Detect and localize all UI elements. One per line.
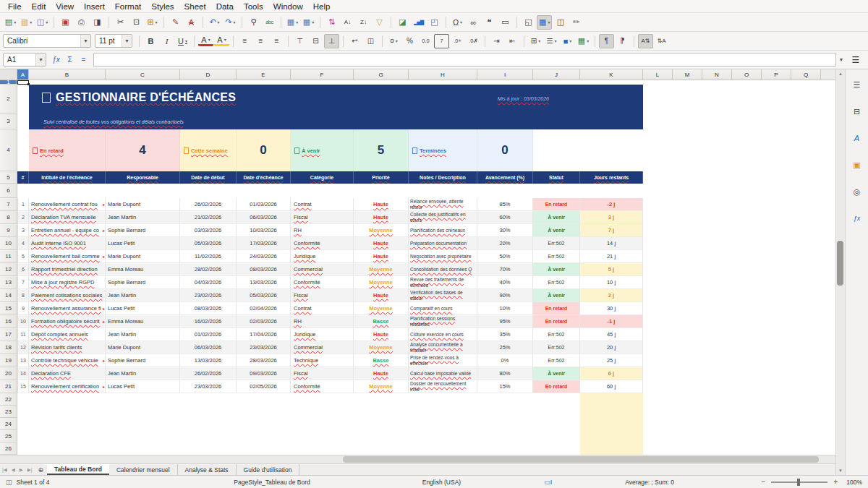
cell-priority[interactable]: Basse — [354, 354, 409, 367]
tab-calendrier-mensuel[interactable]: Calendrier mensuel — [109, 464, 178, 475]
navigator-deck-button[interactable]: ◎ — [849, 184, 865, 200]
cell-days-remaining[interactable]: -1 j — [580, 315, 643, 328]
cell-status[interactable]: À venir — [533, 367, 580, 380]
cell-owner[interactable]: Jean Martin — [106, 367, 180, 380]
percent-button[interactable]: % — [402, 34, 417, 48]
cell-owner[interactable]: Marie Dupont — [106, 250, 180, 263]
freeze-panes-button[interactable]: ▦ — [537, 15, 552, 30]
styles-deck-button[interactable]: A — [849, 130, 865, 146]
sidebar-menu-button[interactable]: ☰ — [849, 77, 865, 93]
cell-category[interactable]: Contrat — [291, 302, 354, 315]
menu-item[interactable]: Styles — [146, 1, 179, 12]
cell-owner[interactable]: Lucas Petit — [106, 237, 180, 250]
cell-index[interactable]: 5 — [17, 250, 29, 263]
cell-index[interactable]: 7 — [17, 276, 29, 289]
table-header-cell[interactable]: Date de début — [180, 171, 237, 184]
cell-title[interactable]: Paiement cotisations sociales — [29, 289, 106, 302]
cell-notes[interactable]: Planification des créneaux — [409, 224, 477, 237]
table-header-cell[interactable]: Date d'échéance — [237, 171, 291, 184]
cell-start-date[interactable]: 23/03/2026 — [180, 380, 237, 393]
cell-owner[interactable]: Emma Moreau — [106, 263, 180, 276]
zoom-in-button[interactable]: + — [832, 478, 839, 486]
sort-za-button[interactable]: ⇅A — [654, 34, 669, 48]
headers-footers-button[interactable]: ▭ — [498, 15, 513, 30]
cell-priority[interactable]: Haute — [354, 250, 409, 263]
cell-notes[interactable]: Relance envoyée, attente retour — [409, 198, 477, 211]
column-header[interactable]: I — [477, 69, 533, 80]
cell-days-remaining[interactable]: 14 j — [580, 237, 643, 250]
print-button[interactable]: ⎙ — [74, 15, 89, 30]
cell-days-remaining[interactable]: 60 j — [580, 380, 643, 393]
cell-start-date[interactable]: 06/03/2026 — [180, 341, 237, 354]
column-header[interactable]: H — [409, 69, 477, 80]
text-direction-ltr-button[interactable]: ¶ — [599, 34, 614, 48]
chevron-down-icon[interactable]: ▼ — [122, 35, 132, 47]
column-header[interactable]: K — [580, 69, 643, 80]
expand-formula-bar-icon[interactable]: ▼ — [836, 57, 846, 62]
open-button[interactable]: ▥ — [19, 15, 34, 30]
row-header[interactable]: 18 — [0, 341, 17, 354]
cell-days-remaining[interactable]: 21 j — [580, 250, 643, 263]
cell-status[interactable]: À venir — [533, 224, 580, 237]
cell-days-remaining[interactable]: 6 j — [580, 367, 643, 380]
cell-progress[interactable]: 80% — [477, 367, 533, 380]
paste-button[interactable]: ⊞ — [145, 15, 160, 30]
row-header[interactable]: 22 — [0, 393, 17, 406]
cell-priority[interactable]: Moyenne — [354, 276, 409, 289]
column-header[interactable]: L — [643, 69, 673, 80]
cell-due-date[interactable]: 17/03/2026 — [237, 237, 291, 250]
page-style[interactable]: PageStyle_Tableau de Bord — [234, 479, 310, 486]
font-color-button[interactable]: A — [198, 36, 213, 46]
cut-button[interactable]: ✂ — [113, 15, 128, 30]
cell-priority[interactable]: Haute — [354, 289, 409, 302]
table-header-cell[interactable]: Priorité — [354, 171, 409, 184]
table-header-cell[interactable]: Statut — [533, 171, 580, 184]
cell-start-date[interactable]: 01/02/2026 — [180, 328, 237, 341]
cell-category[interactable]: Commercial — [291, 341, 354, 354]
cell-notes[interactable]: Comparatif en cours — [409, 302, 477, 315]
cell-notes[interactable]: Clôture exercice en cours — [409, 328, 477, 341]
cell-category[interactable]: Juridique — [291, 250, 354, 263]
align-top-button[interactable]: ⊤ — [292, 34, 307, 48]
cell-title[interactable]: Contrôle technique véhicule — [29, 354, 106, 367]
autofilter-button[interactable]: ▽ — [372, 15, 387, 30]
cell-title[interactable]: Rapport trimestriel direction — [29, 263, 106, 276]
align-right-button[interactable]: ≡ — [269, 34, 284, 48]
undo-button[interactable]: ↶ — [207, 15, 222, 30]
row-header[interactable]: 9 — [0, 224, 17, 237]
cell-title[interactable]: Déclaration TVA mensuelle — [29, 211, 106, 224]
sidebar-settings-icon[interactable]: ☰ — [846, 55, 865, 65]
column-header[interactable]: A — [17, 69, 29, 80]
cell-progress[interactable]: 40% — [477, 276, 533, 289]
cell-days-remaining[interactable]: -2 j — [580, 198, 643, 211]
cell-notes[interactable]: Revue des traitements de données — [409, 276, 477, 289]
cell-owner[interactable]: Sophie Bernard — [106, 354, 180, 367]
table-header-cell[interactable]: Notes / Description — [409, 171, 477, 184]
sort-az-button[interactable]: A⇅ — [638, 34, 653, 48]
cell-days-remaining[interactable]: 25 j — [580, 354, 643, 367]
tab-guide-utilisation[interactable]: Guide d'utilisation — [237, 464, 300, 475]
menu-item[interactable]: Format — [110, 1, 146, 12]
row-header[interactable]: 15 — [0, 302, 17, 315]
center-vertically-button[interactable]: ⊟ — [308, 34, 323, 48]
find-replace-button[interactable]: ⚲ — [246, 15, 261, 30]
split-window-button[interactable]: ◫ — [553, 15, 568, 30]
cell-index[interactable]: 6 — [17, 263, 29, 276]
cell-category[interactable]: Commercial — [291, 263, 354, 276]
last-sheet-button[interactable]: ▶| — [25, 467, 35, 473]
cell-category[interactable]: Fiscal — [291, 289, 354, 302]
cell-owner[interactable]: Jean Martin — [106, 289, 180, 302]
cell-start-date[interactable]: 04/03/2026 — [180, 276, 237, 289]
table-header-cell[interactable]: Responsable — [106, 171, 180, 184]
cell-index[interactable]: 9 — [17, 302, 29, 315]
menu-item[interactable]: Help — [308, 1, 336, 12]
cell-priority[interactable]: Moyenne — [354, 341, 409, 354]
column-header[interactable]: F — [291, 69, 354, 80]
cell-title[interactable]: Renouvellement certification — [29, 380, 106, 393]
row-header[interactable]: 23 — [0, 406, 17, 418]
cell-owner[interactable]: Lucas Petit — [106, 380, 180, 393]
cell-status[interactable]: Err:502 — [533, 250, 580, 263]
sort-descending-button[interactable]: Z↓ — [356, 15, 371, 30]
formula-button[interactable]: = — [77, 53, 90, 67]
cell-title[interactable]: Dépôt comptes annuels — [29, 328, 106, 341]
